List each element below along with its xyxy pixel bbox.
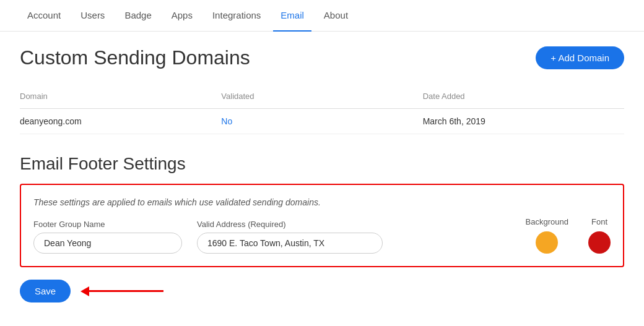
color-pickers: Background Font <box>526 217 611 254</box>
domains-table: Domain Validated Date Added deanyeong.co… <box>20 84 624 134</box>
nav-item-users[interactable]: Users <box>73 0 112 32</box>
font-color-group: Font <box>588 217 611 254</box>
arrow-indicator <box>80 286 163 296</box>
arrow-line <box>89 290 163 292</box>
footer-settings-box: These settings are applied to emails whi… <box>20 184 624 267</box>
nav-item-badge[interactable]: Badge <box>117 0 159 32</box>
settings-fields: Footer Group Name Valid Address (Require… <box>33 217 611 254</box>
footer-settings-title: Email Footer Settings <box>20 154 624 174</box>
page-title: Custom Sending Domains <box>20 46 250 69</box>
save-area: Save <box>20 280 624 302</box>
font-label: Font <box>591 217 607 226</box>
settings-note: These settings are applied to emails whi… <box>33 197 611 207</box>
nav-item-apps[interactable]: Apps <box>164 0 200 32</box>
col-domain: Domain <box>20 89 221 103</box>
table-row: deanyeong.com No March 6th, 2019 <box>20 109 624 134</box>
save-button[interactable]: Save <box>20 280 71 302</box>
page-header: Custom Sending Domains + Add Domain <box>20 46 624 69</box>
nav-item-about[interactable]: About <box>316 0 355 32</box>
nav-item-account[interactable]: Account <box>20 0 68 32</box>
cell-validated[interactable]: No <box>221 116 422 126</box>
add-domain-button[interactable]: + Add Domain <box>536 46 624 69</box>
arrow-head-icon <box>80 286 89 296</box>
nav-item-integrations[interactable]: Integrations <box>205 0 268 32</box>
table-header: Domain Validated Date Added <box>20 84 624 109</box>
background-color-picker[interactable] <box>536 231 558 254</box>
valid-address-label: Valid Address (Required) <box>197 220 383 229</box>
main-nav: AccountUsersBadgeAppsIntegrationsEmailAb… <box>0 0 644 32</box>
font-color-picker[interactable] <box>588 231 611 254</box>
footer-group-name-input[interactable] <box>33 233 182 254</box>
main-content: Custom Sending Domains + Add Domain Doma… <box>0 32 644 317</box>
valid-address-input[interactable] <box>197 233 383 254</box>
cell-date-added: March 6th, 2019 <box>423 116 624 126</box>
col-validated: Validated <box>221 89 422 103</box>
cell-domain: deanyeong.com <box>20 116 221 126</box>
footer-group-name-label: Footer Group Name <box>33 220 182 229</box>
valid-address-field: Valid Address (Required) <box>197 220 383 254</box>
col-date-added: Date Added <box>423 89 624 103</box>
background-color-group: Background <box>526 217 568 254</box>
background-label: Background <box>526 217 568 226</box>
footer-group-name-field: Footer Group Name <box>33 220 182 254</box>
nav-item-email[interactable]: Email <box>273 0 311 32</box>
